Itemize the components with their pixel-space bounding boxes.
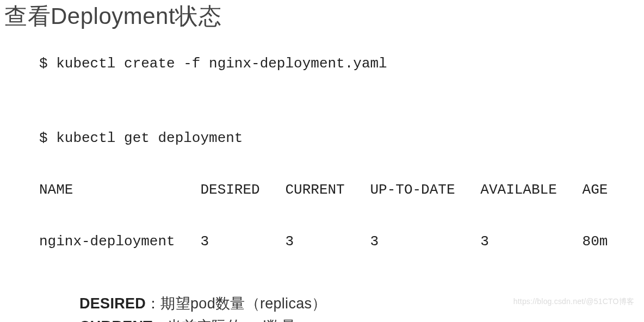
definition-desc: 当前实际的pod数量 <box>167 318 296 322</box>
definition-sep: ： <box>152 318 167 322</box>
definition-current: CURRENT：当前实际的pod数量 <box>79 315 644 322</box>
command-get-block: $ kubectl get deployment NAME DESIRED CU… <box>0 96 644 268</box>
definition-desc: 期望pod数量（replicas） <box>160 295 326 312</box>
definition-sep: ： <box>146 295 160 312</box>
command-get: $ kubectl get deployment <box>39 130 644 147</box>
watermark: https://blog.csdn.net/@51CTO博客 <box>513 297 634 307</box>
definition-label: DESIRED <box>79 295 146 312</box>
page-title: 查看Deployment状态 <box>0 0 644 32</box>
table-header: NAME DESIRED CURRENT UP-TO-DATE AVAILABL… <box>39 182 644 199</box>
command-create: $ kubectl create -f nginx-deployment.yam… <box>0 55 644 73</box>
table-row: nginx-deployment 3 3 3 3 80m <box>39 233 644 251</box>
definition-label: CURRENT <box>79 318 152 322</box>
